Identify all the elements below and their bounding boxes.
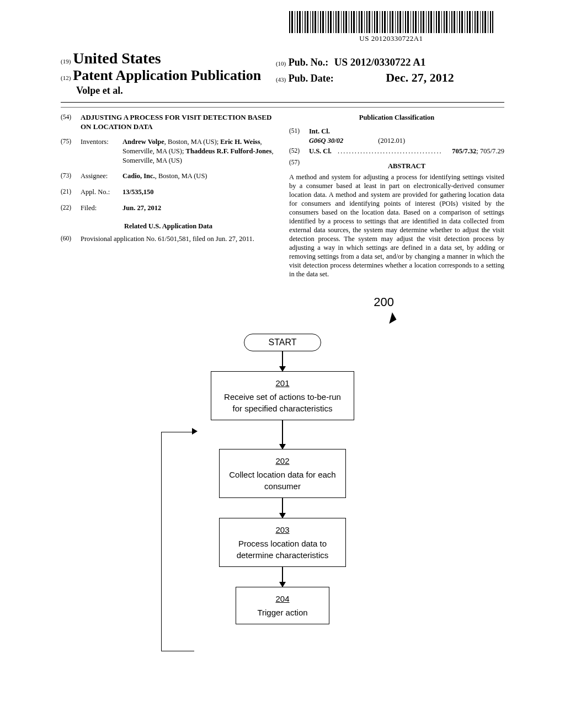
header: (19) United States (12) Patent Applicati…	[61, 50, 504, 97]
step-text: Receive set of actions to-be-run for spe…	[224, 392, 341, 413]
figure-number: 200	[374, 295, 394, 309]
pub-class-title: Publication Classification	[289, 113, 504, 122]
barcode-region: US 20120330722A1	[289, 11, 493, 43]
inventor-name: Thaddeus R.F. Fulford-Jones	[186, 147, 272, 155]
code-54: (54)	[61, 113, 81, 132]
int-cl-year: (2012.01)	[378, 137, 405, 144]
code-43: (43)	[276, 76, 286, 83]
assignee-label: Assignee:	[81, 172, 122, 181]
header-right: (10) Pub. No.: US 2012/0330722 A1 (43) P…	[276, 50, 498, 85]
step-number: 201	[219, 377, 346, 389]
inventors-list: Andrew Volpe, Boston, MA (US); Eric H. W…	[122, 137, 276, 165]
step-202: 202 Collect location data for each consu…	[219, 449, 346, 498]
figure-region: 200 ◢ START 201 Receive set of actions t…	[61, 295, 504, 670]
header-left: (19) United States (12) Patent Applicati…	[61, 50, 274, 97]
pub-date: Dec. 27, 2012	[386, 71, 454, 84]
inventors-label: Inventors:	[81, 137, 122, 165]
assignee-loc: , Boston, MA (US)	[155, 172, 207, 180]
appl-no: 13/535,150	[122, 188, 276, 197]
right-column: Publication Classification (51) Int. Cl.…	[289, 113, 504, 279]
arrow-down-icon	[282, 498, 283, 518]
code-57: (57)	[289, 158, 309, 173]
pub-date-label: Pub. Date:	[289, 73, 334, 84]
step-number: 204	[244, 593, 321, 604]
country: United States	[73, 50, 161, 67]
pub-no: US 2012/0330722 A1	[334, 56, 426, 68]
code-10: (10)	[276, 60, 286, 67]
code-12: (12)	[61, 74, 71, 81]
arrow-down-icon	[282, 567, 283, 587]
inventor-name: Andrew Volpe	[122, 138, 164, 146]
filed-date: Jun. 27, 2012	[122, 204, 276, 213]
related-app-title: Related U.S. Application Data	[61, 222, 276, 231]
left-column: (54) ADJUSTING A PROCESS FOR VISIT DETEC…	[61, 113, 276, 279]
inventor-name: Eric H. Weiss	[220, 138, 260, 146]
abstract-title: ABSTRACT	[309, 162, 504, 171]
step-text: Trigger action	[257, 608, 307, 617]
arrow-down-icon	[282, 420, 283, 449]
code-22: (22)	[61, 204, 81, 213]
author-line: Volpe et al.	[61, 85, 274, 97]
code-21: (21)	[61, 188, 81, 197]
abstract-text: A method and system for adjusting a proc…	[289, 173, 504, 279]
step-text: Collect location data for each consumer	[229, 470, 335, 491]
start-node: START	[244, 334, 321, 351]
step-204: 204 Trigger action	[236, 587, 329, 624]
barcode-number: US 20120330722A1	[289, 34, 493, 43]
loop-connector	[161, 432, 194, 651]
step-201: 201 Receive set of actions to-be-run for…	[211, 371, 354, 420]
code-73: (73)	[61, 172, 81, 181]
publication-type: Patent Application Publication	[73, 67, 261, 83]
provisional-text: Provisional application No. 61/501,581, …	[81, 234, 276, 244]
code-19: (19)	[61, 58, 71, 65]
figure-pointer-icon: ◢	[383, 309, 397, 325]
code-75: (75)	[61, 137, 81, 165]
code-60: (60)	[61, 234, 81, 244]
loop-arrow-icon	[192, 428, 198, 435]
us-cl-value: 705/7.32; 705/7.29	[452, 147, 504, 156]
leader-dots: .....................................	[338, 147, 452, 156]
appl-no-label: Appl. No.:	[81, 188, 122, 197]
int-cl-label: Int. Cl.	[309, 127, 504, 136]
step-203: 203 Process location data to determine c…	[219, 518, 346, 567]
filed-label: Filed:	[81, 204, 122, 213]
inventor-loc: , Boston, MA (US);	[164, 138, 220, 146]
assignee-value: Cadio, Inc., Boston, MA (US)	[122, 172, 276, 181]
divider-thin	[61, 107, 504, 108]
code-51: (51)	[289, 127, 309, 146]
pub-no-label: Pub. No.:	[289, 57, 329, 68]
divider	[61, 102, 504, 103]
invention-title: ADJUSTING A PROCESS FOR VISIT DETECTION …	[81, 113, 276, 132]
assignee-name: Cadio, Inc.	[122, 172, 155, 180]
step-number: 203	[227, 524, 338, 536]
us-cl-label: U.S. Cl.	[309, 147, 338, 156]
us-cl-secondary: ; 705/7.29	[476, 147, 504, 155]
arrow-down-icon	[282, 351, 283, 371]
step-text: Process location data to determine chara…	[237, 539, 329, 560]
int-cl-code: G06Q 30/02	[309, 137, 343, 144]
bibliographic-data: (54) ADJUSTING A PROCESS FOR VISIT DETEC…	[61, 113, 504, 279]
barcode-graphic	[289, 11, 493, 33]
code-52: (52)	[289, 147, 309, 156]
us-cl-primary: 705/7.32	[452, 147, 476, 155]
flowchart: START 201 Receive set of actions to-be-r…	[194, 334, 371, 624]
step-number: 202	[227, 455, 338, 467]
